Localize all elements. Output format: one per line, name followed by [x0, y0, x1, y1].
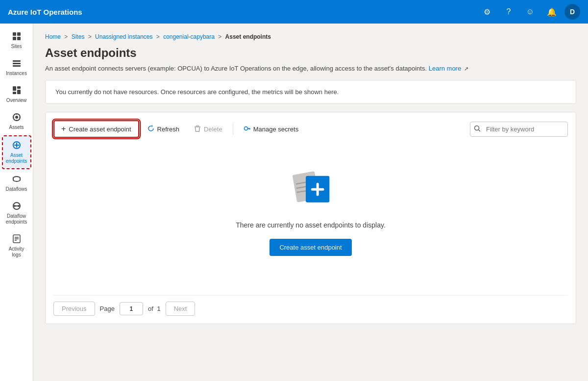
assets-label: Assets [9, 125, 24, 130]
delete-icon [194, 125, 201, 133]
sidebar-item-overview[interactable]: Overview [2, 81, 31, 107]
page-description: An asset endpoint connects servers (exam… [45, 65, 576, 72]
sidebar-item-activity-logs[interactable]: Activity logs [2, 230, 31, 262]
sidebar-item-instances[interactable]: Instances [2, 54, 31, 80]
svg-point-37 [475, 126, 479, 130]
next-button[interactable]: Next [166, 302, 196, 316]
page-label: Page [100, 305, 115, 312]
info-banner: You currently do not have resources. Onc… [45, 80, 576, 104]
sites-label: Sites [11, 44, 22, 50]
empty-state-text: There are currently no asset endpoints t… [236, 221, 386, 229]
svg-point-26 [18, 205, 20, 207]
plus-icon: + [61, 125, 66, 133]
sidebar-item-dataflow-endpoints[interactable]: Dataflow endpoints [2, 197, 31, 229]
refresh-icon [147, 125, 154, 133]
filter-search-icon [474, 125, 481, 133]
breadcrumb-sep-4: > [218, 33, 223, 40]
svg-point-20 [16, 144, 18, 146]
help-icon[interactable]: ? [500, 3, 517, 21]
dataflow-endpoints-label: Dataflow endpoints [4, 213, 29, 225]
settings-icon[interactable]: ⚙ [478, 3, 496, 21]
nav-icons: ⚙ ? ☺ 🔔 D [478, 3, 580, 21]
svg-rect-0 [13, 32, 16, 36]
filter-wrap [470, 122, 568, 137]
svg-rect-4 [13, 60, 21, 62]
svg-rect-5 [13, 63, 21, 64]
notifications-icon[interactable]: 🔔 [543, 3, 561, 21]
refresh-button[interactable]: Refresh [141, 121, 186, 137]
delete-button[interactable]: Delete [188, 121, 229, 137]
filter-input[interactable] [470, 122, 568, 137]
dataflows-label: Dataflows [6, 186, 27, 192]
breadcrumb-sep-1: > [64, 33, 69, 40]
svg-rect-9 [13, 92, 16, 94]
learn-more-link[interactable]: Learn more [429, 65, 461, 72]
sidebar-item-dataflows[interactable]: Dataflows [2, 170, 31, 196]
svg-rect-3 [17, 37, 21, 40]
svg-rect-32 [196, 126, 199, 127]
sidebar-item-sites[interactable]: Sites [2, 27, 31, 53]
main-layout: Sites Instances Overview [0, 24, 588, 381]
toolbar: + Create asset endpoint Refresh [53, 120, 568, 138]
asset-endpoints-label: Asset endpoints [5, 152, 28, 164]
empty-state: There are currently no asset endpoints t… [53, 146, 568, 285]
svg-rect-7 [13, 86, 16, 91]
svg-rect-1 [17, 32, 21, 36]
empty-state-illustration [286, 165, 335, 209]
dataflows-icon [12, 174, 22, 185]
svg-point-12 [15, 116, 18, 119]
overview-label: Overview [6, 98, 27, 103]
breadcrumb-capybara[interactable]: congenial-capybara [163, 33, 215, 40]
toolbar-separator [233, 123, 233, 135]
total-pages: 1 [157, 305, 160, 312]
breadcrumb-sep-2: > [88, 33, 93, 40]
activity-logs-label: Activity logs [4, 246, 29, 258]
sites-icon [12, 31, 22, 43]
pagination: Previous Page of 1 Next [53, 295, 568, 316]
page-number-input[interactable] [120, 302, 143, 315]
breadcrumb-sep-3: > [156, 33, 161, 40]
top-nav: Azure IoT Operations ⚙ ? ☺ 🔔 D [0, 0, 588, 24]
page-title: Asset endpoints [45, 46, 576, 60]
asset-endpoints-icon [12, 140, 22, 152]
main-content: Home > Sites > Unassigned instances > co… [33, 24, 588, 381]
user-avatar[interactable]: D [564, 4, 580, 20]
breadcrumb-current: Asset endpoints [225, 33, 271, 40]
info-banner-text: You currently do not have resources. Onc… [55, 88, 339, 96]
dataflow-endpoints-icon [12, 201, 22, 212]
key-icon [244, 125, 250, 133]
sidebar: Sites Instances Overview [0, 24, 33, 381]
breadcrumb-instances[interactable]: Unassigned instances [95, 33, 152, 40]
instances-icon [12, 58, 22, 70]
sidebar-item-asset-endpoints[interactable]: Asset endpoints [2, 135, 31, 169]
svg-rect-6 [13, 65, 21, 67]
feedback-icon[interactable]: ☺ [521, 3, 539, 21]
previous-button[interactable]: Previous [53, 302, 95, 316]
external-link-icon: ↗ [464, 66, 468, 72]
svg-rect-8 [17, 86, 21, 89]
activity-logs-icon [12, 234, 22, 245]
breadcrumb-sites[interactable]: Sites [72, 33, 85, 40]
empty-create-button[interactable]: Create asset endpoint [270, 239, 351, 256]
instances-label: Instances [6, 71, 27, 76]
svg-line-38 [479, 129, 481, 131]
svg-point-33 [244, 127, 247, 130]
sidebar-item-assets[interactable]: Assets [2, 108, 31, 134]
svg-point-25 [14, 205, 16, 207]
main-card: + Create asset endpoint Refresh [45, 112, 576, 324]
create-asset-endpoint-button[interactable]: + Create asset endpoint [53, 120, 139, 138]
app-title: Azure IoT Operations [8, 8, 478, 16]
overview-icon [12, 85, 22, 97]
svg-rect-2 [13, 37, 16, 40]
page-of-label: of 1 [148, 305, 161, 312]
manage-secrets-button[interactable]: Manage secrets [237, 121, 305, 137]
assets-icon [12, 112, 22, 124]
svg-rect-10 [17, 90, 21, 94]
breadcrumb: Home > Sites > Unassigned instances > co… [45, 33, 576, 40]
breadcrumb-home[interactable]: Home [45, 33, 61, 40]
